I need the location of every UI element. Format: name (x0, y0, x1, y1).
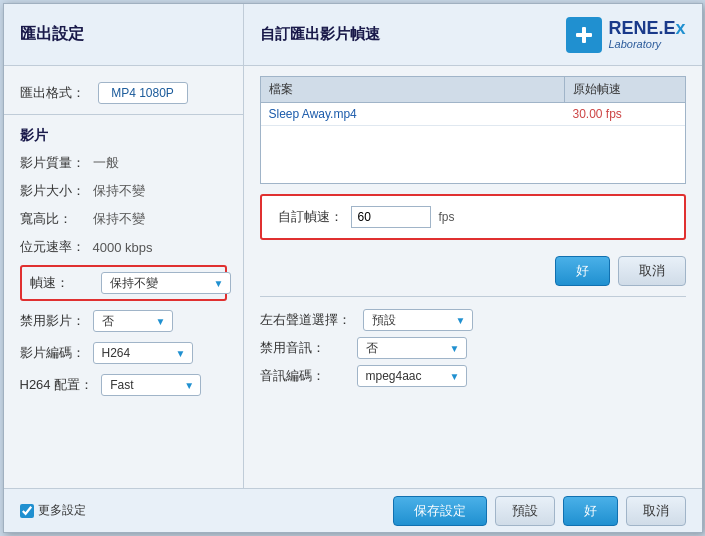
custom-fps-label: 自訂幀速： (278, 208, 343, 226)
bitrate-value: 4000 kbps (93, 240, 153, 255)
format-label: 匯出格式： (20, 84, 90, 102)
fps-select-wrapper[interactable]: 保持不變 24 fps 25 fps 30 fps 60 fps 自訂 ▼ (101, 272, 231, 294)
format-value: MP4 1080P (98, 82, 188, 104)
video-codec-select-wrapper[interactable]: H264 H265 ▼ (93, 342, 193, 364)
audio-channel-row: 左右聲道選擇： 預設 左聲道 右聲道 ▼ (260, 309, 686, 331)
more-settings-checkbox[interactable] (20, 504, 34, 518)
bottom-bar: 更多設定 保存設定 預設 好 取消 (4, 488, 702, 532)
size-row: 影片大小： 保持不變 (4, 177, 243, 205)
fps-select[interactable]: 保持不變 24 fps 25 fps 30 fps 60 fps 自訂 (102, 273, 230, 293)
fps-unit: fps (439, 210, 455, 224)
disable-audio-select-wrapper[interactable]: 否 是 ▼ (357, 337, 467, 359)
col-file: 檔案 (261, 77, 565, 102)
disable-video-row: 禁用影片： 否 是 ▼ (4, 305, 243, 337)
bitrate-row: 位元速率： 4000 kbps (4, 233, 243, 261)
disable-video-select[interactable]: 否 是 (94, 311, 172, 331)
fps-row-inner: 幀速： 保持不變 24 fps 25 fps 30 fps 60 fps 自訂 … (22, 267, 225, 299)
audio-codec-label: 音訊編碼： (260, 367, 345, 385)
aspect-value: 保持不變 (93, 210, 145, 228)
video-section-title: 影片 (4, 119, 243, 149)
file-table: 檔案 原始幀速 Sleep Away.mp4 30.00 fps (260, 76, 686, 184)
audio-channel-select-wrapper[interactable]: 預設 左聲道 右聲道 ▼ (363, 309, 473, 331)
disable-video-label: 禁用影片： (20, 312, 85, 330)
bottom-ok-button[interactable]: 好 (563, 496, 618, 526)
video-codec-row: 影片編碼： H264 H265 ▼ (4, 337, 243, 369)
bitrate-label: 位元速率： (20, 238, 85, 256)
save-settings-button[interactable]: 保存設定 (393, 496, 487, 526)
top-bar: 匯出設定 自訂匯出影片幀速 RENE.Ex Laboratory (4, 4, 702, 66)
export-title: 匯出設定 (20, 24, 84, 45)
more-settings-area: 更多設定 (20, 502, 86, 519)
h264-profile-label: H264 配置： (20, 376, 94, 394)
logo-subtitle: Laboratory (608, 38, 685, 50)
file-fps-cell: 30.00 fps (565, 103, 685, 125)
logo-name: RENE.Ex (608, 19, 685, 39)
divider-1 (4, 114, 243, 115)
custom-fps-input[interactable]: 60 (351, 206, 431, 228)
h264-profile-select[interactable]: Fast Medium Slow (102, 375, 200, 395)
dialog-cancel-button[interactable]: 取消 (618, 256, 686, 286)
video-codec-label: 影片編碼： (20, 344, 85, 362)
disable-video-select-wrapper[interactable]: 否 是 ▼ (93, 310, 173, 332)
ok-cancel-row: 好 取消 (244, 250, 702, 292)
dialog-ok-button[interactable]: 好 (555, 256, 610, 286)
audio-channel-label: 左右聲道選擇： (260, 311, 351, 329)
fps-label: 幀速： (30, 274, 95, 292)
left-panel-top: 匯出設定 (4, 4, 244, 65)
file-name-cell: Sleep Away.mp4 (261, 103, 565, 125)
audio-channel-select[interactable]: 預設 左聲道 右聲道 (364, 310, 472, 330)
quality-row: 影片質量： 一般 (4, 149, 243, 177)
disable-audio-row: 禁用音訊： 否 是 ▼ (260, 337, 686, 359)
fps-row: 幀速： 保持不變 24 fps 25 fps 30 fps 60 fps 自訂 … (20, 265, 227, 301)
right-panel: 檔案 原始幀速 Sleep Away.mp4 30.00 fps 自訂幀速： 6… (244, 66, 702, 488)
custom-fps-section: 自訂幀速： 60 fps (260, 194, 686, 240)
audio-codec-select-wrapper[interactable]: mpeg4aac mp3 aac ▼ (357, 365, 467, 387)
logo-cross-icon (566, 17, 602, 53)
quality-label: 影片質量： (20, 154, 85, 172)
svg-rect-1 (576, 33, 592, 37)
quality-value: 一般 (93, 154, 119, 172)
col-fps: 原始幀速 (565, 77, 685, 102)
aspect-label: 寬高比： (20, 210, 85, 228)
bottom-cancel-button[interactable]: 取消 (626, 496, 686, 526)
h264-profile-row: H264 配置： Fast Medium Slow ▼ (4, 369, 243, 401)
main-window: 匯出設定 自訂匯出影片幀速 RENE.Ex Laboratory (3, 3, 703, 533)
logo-area: RENE.Ex Laboratory (566, 17, 685, 53)
disable-audio-label: 禁用音訊： (260, 339, 345, 357)
table-row: Sleep Away.mp4 30.00 fps (261, 103, 685, 126)
more-settings-label: 更多設定 (38, 502, 86, 519)
aspect-row: 寬高比： 保持不變 (4, 205, 243, 233)
right-panel-top: 自訂匯出影片幀速 RENE.Ex Laboratory (244, 4, 702, 65)
divider-right (260, 296, 686, 297)
size-value: 保持不變 (93, 182, 145, 200)
h264-profile-select-wrapper[interactable]: Fast Medium Slow ▼ (101, 374, 201, 396)
size-label: 影片大小： (20, 182, 85, 200)
audio-codec-row: 音訊編碼： mpeg4aac mp3 aac ▼ (260, 365, 686, 387)
file-table-body: Sleep Away.mp4 30.00 fps (261, 103, 685, 183)
content-area: 匯出格式： MP4 1080P 影片 影片質量： 一般 影片大小： 保持不變 寬… (4, 66, 702, 488)
preset-button[interactable]: 預設 (495, 496, 555, 526)
left-panel: 匯出格式： MP4 1080P 影片 影片質量： 一般 影片大小： 保持不變 寬… (4, 66, 244, 488)
format-row: 匯出格式： MP4 1080P (4, 76, 243, 110)
video-codec-select[interactable]: H264 H265 (94, 343, 192, 363)
custom-fps-dialog-title: 自訂匯出影片幀速 (260, 25, 380, 44)
disable-audio-select[interactable]: 否 是 (358, 338, 466, 358)
logo-text-area: RENE.Ex Laboratory (608, 19, 685, 51)
table-header: 檔案 原始幀速 (261, 77, 685, 103)
audio-codec-select[interactable]: mpeg4aac mp3 aac (358, 366, 466, 386)
right-bottom: 左右聲道選擇： 預設 左聲道 右聲道 ▼ 禁用音訊： 否 (244, 301, 702, 395)
